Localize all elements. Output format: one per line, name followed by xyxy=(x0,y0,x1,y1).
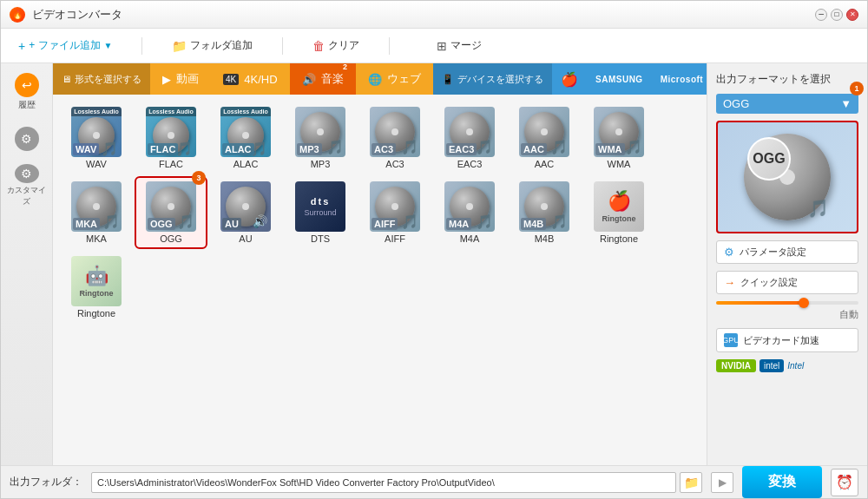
device-icon: 📱 xyxy=(442,74,454,85)
titlebar-controls: ─ □ ✕ xyxy=(815,9,858,21)
format-name-mp3: MP3 xyxy=(311,159,331,169)
plus-icon: + xyxy=(18,39,25,53)
format-item-ac3[interactable]: 🎵 AC3 AC3 xyxy=(360,103,430,173)
add-folder-button[interactable]: 📁 フォルダ追加 xyxy=(163,35,261,56)
output-path-box: 📁 xyxy=(91,472,702,493)
convert-button[interactable]: 変換 xyxy=(742,466,822,498)
format-item-mp3[interactable]: 🎵 MP3 MP3 xyxy=(286,103,355,173)
format-item-au[interactable]: 🔊 AU AU xyxy=(211,178,280,247)
format-item-m4a[interactable]: 🎵 M4A M4A xyxy=(435,178,504,247)
format-section: 🖥 形式を選択する ▶ 動画 4K 4K/HD 🔊 xyxy=(53,63,433,95)
format-item-aiff[interactable]: 🎵 AIFF AIFF xyxy=(360,178,430,247)
quality-slider-area: 自動 xyxy=(716,301,858,321)
sidebar-item-history[interactable]: ↩ 履歴 xyxy=(5,70,49,114)
format-item-ringtone-android[interactable]: 🤖 Ringtone Ringtone xyxy=(62,253,131,322)
format-item-m4b[interactable]: 🎵 M4B M4B xyxy=(510,178,579,247)
slider-fill xyxy=(716,301,801,305)
maximize-button[interactable]: □ xyxy=(831,9,843,21)
output-path-input[interactable] xyxy=(91,472,676,493)
preview-button[interactable]: ▶ xyxy=(711,472,733,493)
brand-microsoft[interactable]: Microsoft xyxy=(652,75,707,84)
format-name-wma: WMA xyxy=(608,159,631,169)
separator3 xyxy=(389,37,390,55)
device-section-title: 📱 デバイスを選択する xyxy=(433,63,552,95)
format-name-mka: MKA xyxy=(86,233,107,244)
slider-thumb[interactable] xyxy=(799,298,809,308)
format-item-dts[interactable]: dts Surround DTS xyxy=(286,178,355,247)
quick-settings-button[interactable]: → クイック設定 xyxy=(716,271,858,294)
device-section: 📱 デバイスを選択する 🍎 SAMSUNG Microsoft G LG ama… xyxy=(433,63,707,95)
format-item-wav[interactable]: Lossless Audio 🎵 WAV WAV xyxy=(62,103,131,173)
panel-badge1: 1 xyxy=(850,82,864,95)
format-name-eac3: EAC3 xyxy=(457,159,483,169)
brand-apple[interactable]: 🍎 xyxy=(552,71,588,88)
settings-icon: ⚙ xyxy=(15,127,39,151)
folder-icon: 📁 xyxy=(172,39,187,53)
format-cat-video[interactable]: ▶ 動画 xyxy=(150,63,211,95)
format-item-mka[interactable]: 🎵 MKA MKA xyxy=(62,178,131,247)
minimize-button[interactable]: ─ xyxy=(815,9,827,21)
alarm-button[interactable]: ⏰ xyxy=(831,469,858,496)
clear-icon: 🗑 xyxy=(312,39,325,53)
format-item-aac[interactable]: 🎵 AAC AAC xyxy=(510,103,579,173)
web-icon: 🌐 xyxy=(368,73,382,86)
format-item-flac[interactable]: Lossless Audio 🎵 FLAC FLAC xyxy=(136,103,206,173)
ogg-badge: 3 xyxy=(192,171,206,185)
format-item-ogg[interactable]: 🎵 OGG OGG 3 xyxy=(136,178,206,247)
format-name-au: AU xyxy=(239,233,252,244)
format-name-flac: FLAC xyxy=(159,159,183,169)
format-name-ogg: OGG xyxy=(160,233,182,244)
param-settings-button[interactable]: ⚙ パラメータ設定 xyxy=(716,240,858,264)
ogg-label: OGG xyxy=(747,137,791,181)
computer-icon: 🖥 xyxy=(62,74,71,84)
sidebar-item-customize[interactable]: ⚙ カスタマイズ xyxy=(5,164,49,207)
format-cat-4k[interactable]: 4K 4K/HD xyxy=(211,63,290,95)
statusbar: 出力フォルダ： 📁 ▶ 変換 ⏰ xyxy=(1,465,867,498)
format-cat-web[interactable]: 🌐 ウェブ xyxy=(356,63,433,95)
format-item-eac3[interactable]: 🎵 EAC3 EAC3 xyxy=(435,103,504,173)
format-categories: ▶ 動画 4K 4K/HD 🔊 音楽 2 🌐 xyxy=(150,63,433,95)
nvidia-badge: NVIDIA xyxy=(716,359,756,372)
format-item-ringtone-apple[interactable]: 🍎 Ringtone Ringtone xyxy=(584,178,654,247)
add-file-button[interactable]: + + ファイル追加 ▼ xyxy=(10,35,121,56)
merge-icon: ⊞ xyxy=(437,39,447,53)
dropdown-icon: ▼ xyxy=(840,97,852,110)
brand-samsung[interactable]: SAMSUNG xyxy=(587,75,652,84)
intel-logo: intel xyxy=(760,359,784,372)
history-icon: ↩ xyxy=(15,73,39,97)
format-grid: Lossless Audio 🎵 WAV WAV L xyxy=(53,95,707,465)
param-icon: ⚙ xyxy=(724,246,734,259)
sidebar-item-settings[interactable]: ⚙ xyxy=(5,117,49,161)
close-button[interactable]: ✕ xyxy=(846,9,858,21)
format-select-wrapper: OGG ▼ 1 xyxy=(716,94,858,114)
format-name-alac: ALAC xyxy=(233,159,259,169)
music-icon: 🔊 xyxy=(302,73,316,86)
nvidia-row: NVIDIA intel Intel xyxy=(716,359,858,372)
customize-icon: ⚙ xyxy=(15,164,39,183)
format-section-title: 🖥 形式を選択する xyxy=(53,63,150,95)
clear-button[interactable]: 🗑 クリア xyxy=(304,35,368,56)
format-name-ringtone-android: Ringtone xyxy=(77,308,115,318)
left-sidebar: ↩ 履歴 ⚙ ⚙ カスタマイズ xyxy=(1,63,53,465)
gpu-accelerate-button[interactable]: GPU ビデオカード加速 xyxy=(716,328,858,352)
merge-button[interactable]: ⊞ マージ xyxy=(428,35,490,56)
format-name-ringtone-apple: Ringtone xyxy=(600,233,638,244)
main-window: 🔥 ビデオコンバータ ─ □ ✕ + + ファイル追加 ▼ 📁 フォルダ追加 🗑… xyxy=(0,0,868,499)
format-name-ac3: AC3 xyxy=(385,159,404,169)
browse-folder-button[interactable]: 📁 xyxy=(680,472,702,493)
format-item-wma[interactable]: 🎵 WMA WMA xyxy=(584,103,654,173)
titlebar: 🔥 ビデオコンバータ ─ □ ✕ xyxy=(1,1,867,29)
quality-slider[interactable] xyxy=(716,301,858,305)
slider-label: 自動 xyxy=(716,308,858,321)
toolbar: + + ファイル追加 ▼ 📁 フォルダ追加 🗑 クリア ⊞ マージ xyxy=(1,29,867,63)
format-name-m4a: M4A xyxy=(460,233,480,244)
device-brands: 🍎 SAMSUNG Microsoft G LG amazon SONY HUA… xyxy=(552,71,707,88)
format-cat-music[interactable]: 🔊 音楽 2 xyxy=(290,63,356,95)
format-item-alac[interactable]: Lossless Audio 🎵 ALAC ALAC xyxy=(211,103,280,173)
right-panel: 出力フォーマットを選択 OGG ▼ 1 OGG 🎵 ⚙ パラメー xyxy=(707,63,867,465)
output-format-select[interactable]: OGG ▼ xyxy=(716,94,858,114)
separator xyxy=(141,37,142,55)
format-name-wav: WAV xyxy=(86,159,107,169)
output-folder-label: 出力フォルダ： xyxy=(10,475,82,489)
top-row: 🖥 形式を選択する ▶ 動画 4K 4K/HD 🔊 xyxy=(53,63,707,95)
